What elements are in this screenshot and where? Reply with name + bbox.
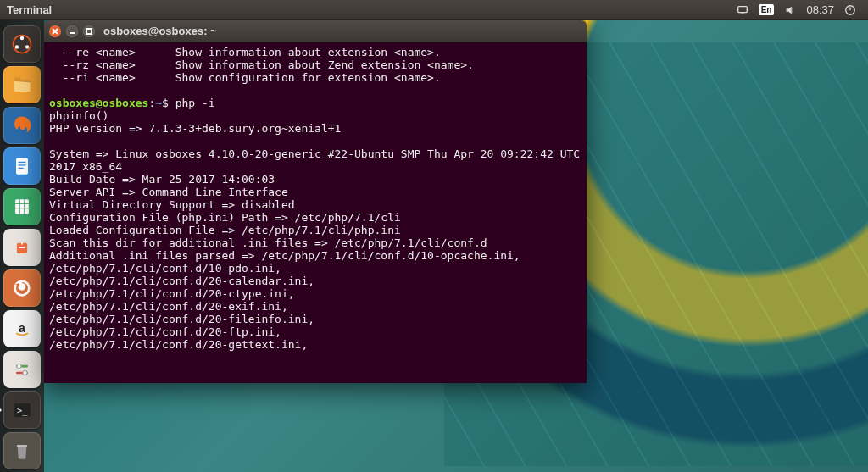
unity-launcher: a>_ <box>0 20 44 472</box>
svg-text:>_: >_ <box>17 405 28 416</box>
terminal-output-line: /etc/php/7.1/cli/conf.d/20-calendar.ini, <box>49 275 581 287</box>
terminal-output-line: Build Date => Mar 25 2017 14:00:03 <box>49 173 581 186</box>
launcher-amazon-icon[interactable]: a <box>3 310 41 347</box>
svg-rect-24 <box>86 29 92 34</box>
terminal-output-line: Loaded Configuration File => /etc/php/7.… <box>49 224 581 236</box>
launcher-terminal-icon[interactable]: >_ <box>3 391 41 429</box>
terminal-output-line <box>49 135 581 147</box>
terminal-output-line: PHP Version => 7.1.3-3+deb.sury.org~xeni… <box>49 122 581 135</box>
svg-rect-0 <box>737 6 747 12</box>
window-close-button[interactable] <box>49 25 61 37</box>
clock-indicator[interactable]: 08:37 <box>806 3 834 16</box>
svg-rect-11 <box>19 164 26 165</box>
active-app-title[interactable]: Terminal <box>7 3 52 16</box>
terminal-output-line: /etc/php/7.1/cli/conf.d/20-gettext.ini, <box>49 338 581 351</box>
terminal-help-line: --rz <name> Show information about Zend … <box>49 58 581 71</box>
svg-rect-13 <box>15 199 29 214</box>
terminal-help-line: --ri <name> Show configuration for exten… <box>49 71 581 84</box>
terminal-output-line: /etc/php/7.1/cli/conf.d/20-exif.ini, <box>49 300 581 313</box>
svg-rect-9 <box>16 158 28 174</box>
terminal-output-line: /etc/php/7.1/cli/conf.d/10-pdo.ini, <box>49 262 581 275</box>
window-minimize-button[interactable] <box>66 25 78 37</box>
launcher-updater-icon[interactable] <box>3 269 41 307</box>
launcher-dash-icon[interactable] <box>3 25 41 63</box>
terminal-output-line: Scan this dir for additional .ini files … <box>49 236 581 249</box>
terminal-blank-line <box>49 84 581 97</box>
svg-point-6 <box>25 45 29 48</box>
terminal-output-line: Server API => Command Line Interface <box>49 186 581 198</box>
top-menu-bar: Terminal En 08:37 <box>0 0 868 20</box>
terminal-output-line: Virtual Directory Support => disabled <box>49 198 581 211</box>
terminal-output-line: /etc/php/7.1/cli/conf.d/20-ctype.ini, <box>49 287 581 300</box>
terminal-window: osboxes@osboxes: ~ --re <name> Show info… <box>44 20 587 383</box>
terminal-output-line: Configuration File (php.ini) Path => /et… <box>49 211 581 224</box>
language-indicator[interactable]: En <box>759 4 775 15</box>
window-titlebar[interactable]: osboxes@osboxes: ~ <box>44 20 587 42</box>
terminal-content[interactable]: --re <name> Show information about exten… <box>44 42 587 383</box>
terminal-output-line: System => Linux osboxes 4.10.0-20-generi… <box>49 147 581 173</box>
svg-point-18 <box>17 364 21 368</box>
session-indicator-icon[interactable] <box>844 4 856 16</box>
svg-rect-10 <box>19 162 26 163</box>
window-title: osboxes@osboxes: ~ <box>103 25 217 37</box>
svg-rect-1 <box>741 13 744 14</box>
terminal-output-line: /etc/php/7.1/cli/conf.d/20-fileinfo.ini, <box>49 313 581 325</box>
terminal-output-line: /etc/php/7.1/cli/conf.d/20-ftp.ini, <box>49 325 581 338</box>
terminal-help-line: --re <name> Show information about exten… <box>49 46 581 58</box>
launcher-document-icon[interactable] <box>3 147 41 185</box>
sound-indicator-icon[interactable] <box>784 4 796 16</box>
display-indicator-icon[interactable] <box>737 4 748 16</box>
terminal-prompt-line: osboxes@osboxes:~$ php -i <box>49 97 581 109</box>
svg-point-20 <box>23 370 27 375</box>
launcher-software-icon[interactable] <box>3 229 41 266</box>
svg-text:a: a <box>19 321 25 335</box>
launcher-spreadsheet-icon[interactable] <box>3 188 41 225</box>
svg-point-4 <box>20 36 24 40</box>
launcher-files-icon[interactable] <box>3 66 41 103</box>
svg-point-5 <box>15 45 19 48</box>
terminal-output-line: phpinfo() <box>49 109 581 122</box>
window-maximize-button[interactable] <box>83 25 95 37</box>
svg-rect-12 <box>19 168 24 169</box>
launcher-firefox-icon[interactable] <box>3 107 41 144</box>
launcher-trash-icon[interactable] <box>3 432 41 469</box>
launcher-settings-icon[interactable] <box>3 351 41 388</box>
svg-rect-23 <box>17 445 27 447</box>
terminal-output-line: Additional .ini files parsed => /etc/php… <box>49 249 581 262</box>
